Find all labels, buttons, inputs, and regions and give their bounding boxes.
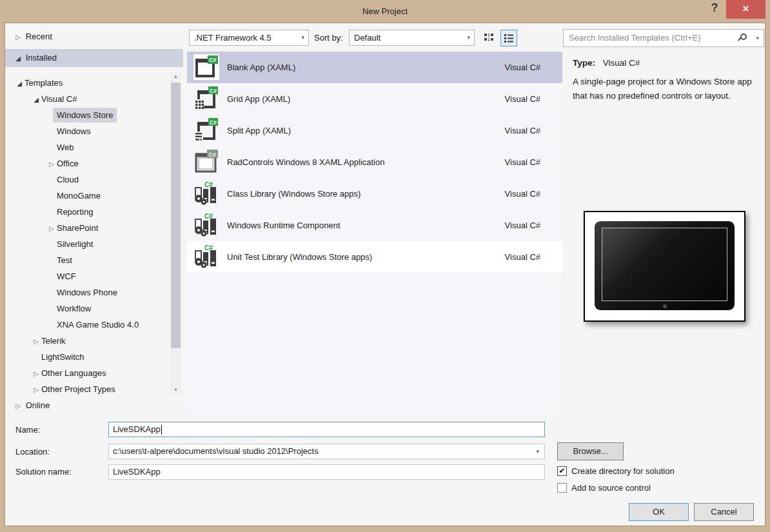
search-input[interactable]: Search Installed Templates (Ctrl+E) ▾ (563, 29, 764, 47)
solution-name-input[interactable]: LiveSDKApp (108, 464, 545, 480)
template-row-class-library[interactable]: C# Class Library (Windows Store apps) Vi… (187, 178, 562, 210)
tree-item-lightswitch[interactable]: LightSwitch (5, 349, 170, 365)
template-row-radcontrols[interactable]: C# RadControls Windows 8 XAML Applicatio… (187, 146, 562, 178)
template-row-unit-test-library[interactable]: C# Unit Test Library (Windows Store apps… (187, 241, 562, 273)
chevron-down-icon[interactable]: ▾ (536, 444, 539, 458)
expander-collapsed-icon[interactable]: ▷ (13, 29, 23, 45)
template-row-grid-app[interactable]: C# Grid App (XAML) Visual C# (187, 83, 562, 115)
csharp-split-app-icon: C# (193, 117, 219, 143)
tree-item-visual-csharp[interactable]: ◢Visual C# (5, 91, 170, 107)
expander-collapsed-icon[interactable]: ▷ (13, 398, 23, 414)
template-row-winrt-component[interactable]: C# Windows Runtime Component Visual C# (187, 210, 562, 241)
csharp-library-icon: C# (193, 181, 219, 206)
text-caret (161, 425, 162, 435)
type-row: Type: Visual C# (573, 58, 640, 68)
template-category-tree: ◢Templates ◢Visual C# Windows Store Wind… (5, 75, 170, 395)
nav-item-label: Online (26, 400, 50, 410)
chevron-down-icon: ▾ (301, 30, 304, 45)
tree-item-xna-game-studio[interactable]: XNA Game Studio 4.0 (5, 317, 170, 333)
tree-item-windows-store[interactable]: Windows Store (5, 107, 170, 123)
tree-scrollbar[interactable]: ▲ ▼ (170, 72, 181, 395)
csharp-library-icon: C# (193, 212, 219, 238)
tablet-home-button (663, 304, 667, 308)
template-language: Visual C# (505, 52, 540, 83)
cancel-button[interactable]: Cancel (694, 503, 754, 521)
close-icon: ✕ (742, 4, 749, 14)
template-name: Unit Test Library (Windows Store apps) (227, 241, 372, 273)
tree-item-sharepoint[interactable]: ▷SharePoint (5, 220, 170, 236)
create-directory-label: Create directory for solution (571, 466, 675, 477)
expander-collapsed-icon[interactable]: ▷ (46, 221, 57, 237)
svg-text:C#: C# (210, 88, 217, 94)
small-icons-view-button[interactable] (482, 30, 497, 46)
location-label: Location: (15, 444, 50, 460)
small-icons-view-icon (484, 32, 495, 44)
tree-item-telerik[interactable]: ▷Telerik (5, 333, 170, 349)
browse-button[interactable]: Browse... (557, 442, 624, 460)
window-title: New Project (0, 6, 770, 16)
template-row-split-app[interactable]: C# Split App (XAML) Visual C# (187, 115, 562, 146)
template-preview-image (584, 211, 745, 322)
check-icon: ✔ (558, 466, 565, 475)
template-name: Blank App (XAML) (227, 52, 295, 83)
list-view-button[interactable] (500, 30, 517, 46)
expander-expanded-icon[interactable]: ◢ (14, 75, 25, 92)
new-project-dialog: { "window": { "title": "New Project" }, … (0, 0, 770, 532)
tree-item-cloud[interactable]: Cloud (5, 172, 170, 188)
expander-collapsed-icon[interactable]: ▷ (31, 333, 41, 350)
nav-item-installed[interactable]: ◢ Installed (5, 49, 183, 67)
expander-collapsed-icon[interactable]: ▷ (46, 156, 57, 172)
template-name: Grid App (XAML) (227, 83, 290, 115)
search-icon[interactable] (740, 34, 747, 40)
tree-item-web[interactable]: Web (5, 139, 170, 155)
tree-item-reporting[interactable]: Reporting (5, 204, 170, 220)
name-input[interactable]: LiveSDKApp (108, 422, 545, 437)
type-label: Type: (573, 58, 595, 68)
sort-value: Default (354, 33, 380, 43)
close-button[interactable]: ✕ (726, 0, 765, 19)
svg-text:C#: C# (209, 152, 217, 158)
template-name: RadControls Windows 8 XAML Application (227, 146, 384, 178)
expander-expanded-icon[interactable]: ◢ (31, 92, 41, 108)
location-combobox[interactable]: c:\users\t-alpere\documents\visual studi… (108, 444, 545, 459)
tree-item-other-languages[interactable]: ▷Other Languages (5, 365, 170, 381)
source-control-checkbox[interactable] (557, 483, 567, 493)
csharp-grid-app-icon: C# (193, 86, 219, 112)
template-language: Visual C# (505, 115, 540, 146)
template-row-blank-app[interactable]: C# Blank App (XAML) Visual C# (187, 52, 562, 83)
scroll-down-icon[interactable]: ▼ (170, 386, 181, 395)
tree-item-windows[interactable]: Windows (5, 123, 170, 139)
ok-button[interactable]: OK (629, 503, 689, 521)
template-language: Visual C# (505, 83, 540, 115)
tree-item-windows-phone[interactable]: Windows Phone (5, 284, 170, 300)
nav-item-label: Recent (26, 32, 52, 41)
tree-item-office[interactable]: ▷Office (5, 155, 170, 172)
source-control-label: Add to source control (571, 483, 651, 493)
tree-item-monogame[interactable]: MonoGame (5, 188, 170, 204)
scroll-up-icon[interactable]: ▲ (170, 72, 181, 81)
csharp-window-icon: C# (193, 54, 219, 80)
tree-item-workflow[interactable]: Workflow (5, 300, 170, 317)
help-icon[interactable]: ? (707, 1, 722, 18)
chevron-down-icon[interactable]: ▾ (756, 30, 759, 46)
expander-collapsed-icon[interactable]: ▷ (31, 382, 41, 395)
tree-item-wcf[interactable]: WCF (5, 268, 170, 284)
tree-item-test[interactable]: Test (5, 252, 170, 268)
expander-collapsed-icon[interactable]: ▷ (31, 366, 41, 382)
expander-expanded-icon[interactable]: ◢ (13, 50, 23, 68)
nav-item-online[interactable]: ▷ Online (5, 397, 183, 413)
csharp-library-icon: C# (193, 244, 219, 270)
framework-dropdown[interactable]: .NET Framework 4.5 ▾ (189, 30, 309, 46)
tree-item-silverlight[interactable]: Silverlight (5, 236, 170, 252)
scrollbar-thumb[interactable] (171, 83, 181, 348)
tree-item-other-project-types[interactable]: ▷Other Project Types (5, 381, 170, 395)
nav-item-recent[interactable]: ▷ Recent (5, 28, 183, 44)
sort-dropdown[interactable]: Default ▾ (349, 30, 475, 46)
tree-item-templates[interactable]: ◢Templates (5, 75, 170, 91)
name-label: Name: (15, 422, 40, 438)
create-directory-checkbox[interactable]: ✔ (557, 466, 567, 476)
template-name: Windows Runtime Component (227, 210, 341, 241)
type-value: Visual C# (603, 58, 640, 68)
svg-text:C#: C# (210, 119, 217, 126)
template-name: Class Library (Windows Store apps) (227, 178, 360, 210)
